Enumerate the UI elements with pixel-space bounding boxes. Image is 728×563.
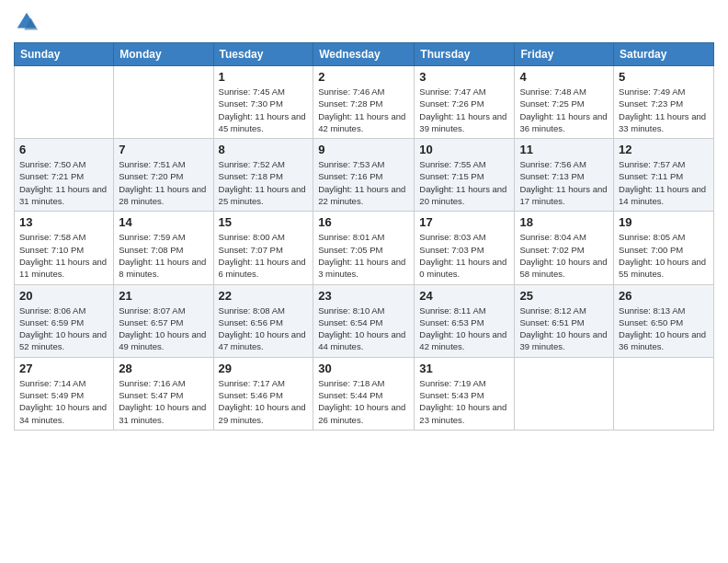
day-number: 5	[619, 70, 709, 84]
calendar-cell	[114, 66, 213, 139]
calendar-cell: 24Sunrise: 8:11 AM Sunset: 6:53 PM Dayli…	[415, 284, 515, 357]
day-number: 12	[619, 143, 709, 156]
day-info: Sunrise: 8:13 AM Sunset: 6:50 PM Dayligh…	[619, 304, 709, 353]
day-number: 17	[419, 215, 509, 229]
calendar-cell: 26Sunrise: 8:13 AM Sunset: 6:50 PM Dayli…	[614, 284, 714, 357]
weekday-header: Thursday	[415, 43, 515, 66]
day-number: 3	[419, 70, 509, 84]
calendar-cell: 31Sunrise: 7:19 AM Sunset: 5:43 PM Dayli…	[415, 357, 515, 430]
day-number: 28	[119, 362, 208, 375]
day-info: Sunrise: 7:52 AM Sunset: 7:18 PM Dayligh…	[219, 158, 309, 207]
day-number: 22	[219, 289, 309, 303]
day-info: Sunrise: 8:11 AM Sunset: 6:53 PM Dayligh…	[419, 304, 509, 353]
day-info: Sunrise: 7:19 AM Sunset: 5:43 PM Dayligh…	[419, 377, 509, 426]
day-number: 20	[19, 289, 108, 303]
day-info: Sunrise: 7:55 AM Sunset: 7:15 PM Dayligh…	[419, 158, 509, 207]
calendar-cell: 4Sunrise: 7:48 AM Sunset: 7:25 PM Daylig…	[515, 66, 614, 139]
calendar-cell: 18Sunrise: 8:04 AM Sunset: 7:02 PM Dayli…	[515, 212, 614, 284]
calendar-cell: 11Sunrise: 7:56 AM Sunset: 7:13 PM Dayli…	[515, 139, 614, 212]
calendar-body: 1Sunrise: 7:45 AM Sunset: 7:30 PM Daylig…	[15, 66, 714, 431]
day-number: 15	[219, 215, 309, 229]
calendar-week-row: 1Sunrise: 7:45 AM Sunset: 7:30 PM Daylig…	[15, 66, 714, 139]
day-number: 31	[419, 362, 509, 375]
day-info: Sunrise: 7:47 AM Sunset: 7:26 PM Dayligh…	[419, 86, 509, 134]
day-number: 27	[19, 362, 108, 375]
calendar-cell: 22Sunrise: 8:08 AM Sunset: 6:56 PM Dayli…	[213, 284, 313, 357]
day-number: 10	[419, 143, 509, 156]
day-number: 30	[318, 362, 409, 375]
day-info: Sunrise: 7:46 AM Sunset: 7:28 PM Dayligh…	[318, 86, 409, 134]
day-info: Sunrise: 7:48 AM Sunset: 7:25 PM Dayligh…	[519, 86, 609, 134]
calendar-cell: 13Sunrise: 7:58 AM Sunset: 7:10 PM Dayli…	[15, 212, 114, 284]
calendar-week-row: 6Sunrise: 7:50 AM Sunset: 7:21 PM Daylig…	[15, 139, 714, 212]
day-info: Sunrise: 7:58 AM Sunset: 7:10 PM Dayligh…	[19, 231, 108, 280]
day-info: Sunrise: 7:56 AM Sunset: 7:13 PM Dayligh…	[519, 158, 609, 207]
day-number: 26	[619, 289, 709, 303]
day-number: 4	[519, 70, 609, 84]
day-info: Sunrise: 7:57 AM Sunset: 7:11 PM Dayligh…	[619, 158, 709, 207]
calendar-cell: 30Sunrise: 7:18 AM Sunset: 5:44 PM Dayli…	[313, 357, 415, 430]
day-info: Sunrise: 7:16 AM Sunset: 5:47 PM Dayligh…	[119, 377, 208, 426]
calendar-week-row: 27Sunrise: 7:14 AM Sunset: 5:49 PM Dayli…	[15, 357, 714, 430]
day-info: Sunrise: 8:12 AM Sunset: 6:51 PM Dayligh…	[519, 304, 609, 353]
weekday-header: Monday	[114, 43, 213, 66]
day-info: Sunrise: 7:50 AM Sunset: 7:21 PM Dayligh…	[19, 158, 108, 207]
calendar-cell: 10Sunrise: 7:55 AM Sunset: 7:15 PM Dayli…	[415, 139, 515, 212]
calendar-cell	[515, 357, 614, 430]
day-number: 7	[119, 143, 208, 156]
day-info: Sunrise: 7:59 AM Sunset: 7:08 PM Dayligh…	[119, 231, 208, 280]
calendar: SundayMondayTuesdayWednesdayThursdayFrid…	[14, 42, 714, 431]
day-number: 24	[419, 289, 509, 303]
weekday-header: Tuesday	[213, 43, 313, 66]
day-info: Sunrise: 7:51 AM Sunset: 7:20 PM Dayligh…	[119, 158, 208, 207]
calendar-cell: 5Sunrise: 7:49 AM Sunset: 7:23 PM Daylig…	[614, 66, 714, 139]
calendar-cell: 25Sunrise: 8:12 AM Sunset: 6:51 PM Dayli…	[515, 284, 614, 357]
logo	[14, 9, 43, 35]
weekday-row: SundayMondayTuesdayWednesdayThursdayFrid…	[15, 43, 714, 66]
day-number: 1	[219, 70, 309, 84]
weekday-header: Sunday	[15, 43, 114, 66]
page: SundayMondayTuesdayWednesdayThursdayFrid…	[0, 0, 728, 563]
weekday-header: Saturday	[614, 43, 714, 66]
calendar-cell: 27Sunrise: 7:14 AM Sunset: 5:49 PM Dayli…	[15, 357, 114, 430]
calendar-cell: 14Sunrise: 7:59 AM Sunset: 7:08 PM Dayli…	[114, 212, 213, 284]
day-number: 11	[519, 143, 609, 156]
calendar-cell	[614, 357, 714, 430]
calendar-cell: 17Sunrise: 8:03 AM Sunset: 7:03 PM Dayli…	[415, 212, 515, 284]
logo-icon	[14, 9, 40, 35]
day-info: Sunrise: 8:04 AM Sunset: 7:02 PM Dayligh…	[519, 231, 609, 280]
day-info: Sunrise: 7:14 AM Sunset: 5:49 PM Dayligh…	[19, 377, 108, 426]
day-number: 25	[519, 289, 609, 303]
calendar-cell: 1Sunrise: 7:45 AM Sunset: 7:30 PM Daylig…	[213, 66, 313, 139]
calendar-cell: 20Sunrise: 8:06 AM Sunset: 6:59 PM Dayli…	[15, 284, 114, 357]
day-info: Sunrise: 8:10 AM Sunset: 6:54 PM Dayligh…	[318, 304, 409, 353]
calendar-cell: 8Sunrise: 7:52 AM Sunset: 7:18 PM Daylig…	[213, 139, 313, 212]
calendar-cell: 6Sunrise: 7:50 AM Sunset: 7:21 PM Daylig…	[15, 139, 114, 212]
day-number: 21	[119, 289, 208, 303]
day-number: 2	[318, 70, 409, 84]
calendar-week-row: 13Sunrise: 7:58 AM Sunset: 7:10 PM Dayli…	[15, 212, 714, 284]
weekday-header: Wednesday	[313, 43, 415, 66]
calendar-cell	[15, 66, 114, 139]
calendar-cell: 3Sunrise: 7:47 AM Sunset: 7:26 PM Daylig…	[415, 66, 515, 139]
day-info: Sunrise: 7:53 AM Sunset: 7:16 PM Dayligh…	[318, 158, 409, 207]
calendar-cell: 12Sunrise: 7:57 AM Sunset: 7:11 PM Dayli…	[614, 139, 714, 212]
day-info: Sunrise: 8:06 AM Sunset: 6:59 PM Dayligh…	[19, 304, 108, 353]
calendar-cell: 15Sunrise: 8:00 AM Sunset: 7:07 PM Dayli…	[213, 212, 313, 284]
calendar-header: SundayMondayTuesdayWednesdayThursdayFrid…	[15, 43, 714, 66]
calendar-week-row: 20Sunrise: 8:06 AM Sunset: 6:59 PM Dayli…	[15, 284, 714, 357]
day-number: 29	[219, 362, 309, 375]
day-info: Sunrise: 8:01 AM Sunset: 7:05 PM Dayligh…	[318, 231, 409, 280]
day-number: 9	[318, 143, 409, 156]
header	[14, 9, 714, 35]
day-info: Sunrise: 8:03 AM Sunset: 7:03 PM Dayligh…	[419, 231, 509, 280]
day-number: 19	[619, 215, 709, 229]
day-info: Sunrise: 8:08 AM Sunset: 6:56 PM Dayligh…	[219, 304, 309, 353]
day-number: 23	[318, 289, 409, 303]
calendar-cell: 2Sunrise: 7:46 AM Sunset: 7:28 PM Daylig…	[313, 66, 415, 139]
day-info: Sunrise: 8:05 AM Sunset: 7:00 PM Dayligh…	[619, 231, 709, 280]
day-number: 16	[318, 215, 409, 229]
day-number: 8	[219, 143, 309, 156]
day-info: Sunrise: 7:49 AM Sunset: 7:23 PM Dayligh…	[619, 86, 709, 134]
day-number: 13	[19, 215, 108, 229]
